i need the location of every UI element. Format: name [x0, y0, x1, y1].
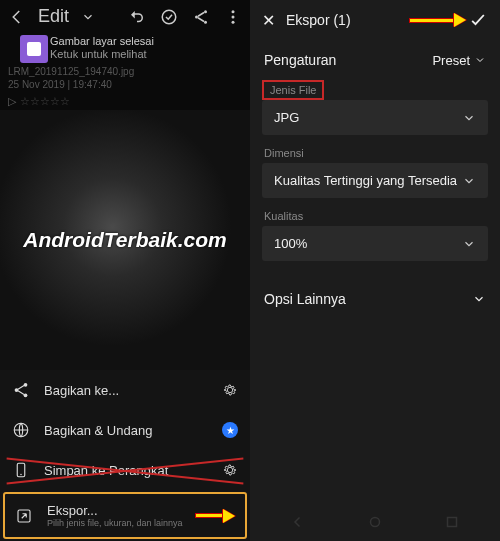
edit-title: Edit [38, 6, 69, 27]
file-type-value: JPG [274, 110, 299, 125]
svg-point-2 [195, 15, 198, 18]
notification-subtitle: Ketuk untuk melihat [50, 48, 154, 61]
svg-point-12 [20, 474, 22, 476]
nav-recent-icon[interactable] [443, 513, 461, 531]
svg-point-4 [232, 10, 235, 13]
export-sublabel: Pilih jenis file, ukuran, dan lainnya [47, 518, 235, 528]
undo-icon[interactable] [128, 8, 146, 26]
export-icon [15, 507, 33, 525]
export-title: Ekspor (1) [286, 12, 351, 28]
svg-point-3 [204, 20, 207, 23]
svg-point-5 [232, 15, 235, 18]
gear-icon[interactable] [222, 462, 238, 478]
dimension-select[interactable]: Kualitas Tertinggi yang Tersedia [262, 163, 488, 198]
back-icon[interactable] [8, 8, 26, 26]
share-to-row[interactable]: Bagikan ke... [0, 370, 250, 410]
filename-text: LRM_20191125_194740.jpg [8, 65, 242, 78]
quality-value: 100% [274, 236, 307, 251]
other-options-label: Opsi Lainnya [264, 291, 346, 307]
quality-select[interactable]: 100% [262, 226, 488, 261]
rating-stars[interactable]: ☆☆☆☆☆ [20, 95, 70, 107]
globe-icon [12, 421, 30, 439]
watermark-text: AndroidTerbaik.com [23, 228, 226, 252]
gear-icon[interactable] [222, 382, 238, 398]
svg-point-0 [162, 10, 176, 24]
nav-back-icon[interactable] [289, 513, 307, 531]
star-badge-icon: ★ [222, 422, 238, 438]
chevron-down-icon[interactable] [81, 10, 95, 24]
export-row[interactable]: Ekspor... Pilih jenis file, ukuran, dan … [3, 492, 247, 539]
notification-title: Gambar layar selesai [50, 35, 154, 48]
image-preview[interactable]: AndroidTerbaik.com [0, 110, 250, 370]
svg-point-9 [24, 393, 28, 397]
more-icon[interactable] [224, 8, 242, 26]
notification-thumb [20, 35, 48, 63]
share-invite-row[interactable]: Bagikan & Undang ★ [0, 410, 250, 450]
settings-header-row: Pengaturan Preset [250, 40, 500, 80]
svg-point-8 [15, 388, 19, 392]
save-device-label: Simpan ke Perangkat [44, 463, 208, 478]
settings-label: Pengaturan [264, 52, 336, 68]
dimension-value: Kualitas Tertinggi yang Tersedia [274, 173, 457, 188]
share-to-label: Bagikan ke... [44, 383, 208, 398]
share-invite-label: Bagikan & Undang [44, 423, 208, 438]
preset-dropdown[interactable]: Preset [432, 53, 486, 68]
notification-row[interactable]: Gambar layar selesai Ketuk untuk melihat [0, 33, 250, 63]
chevron-down-icon [474, 54, 486, 66]
other-options-row[interactable]: Opsi Lainnya [250, 279, 500, 319]
file-type-select[interactable]: JPG [262, 100, 488, 135]
svg-point-6 [232, 20, 235, 23]
export-label: Ekspor... [47, 503, 98, 518]
cloud-check-icon[interactable] [160, 8, 178, 26]
share-icon[interactable] [192, 8, 210, 26]
svg-point-7 [24, 383, 28, 387]
svg-rect-15 [447, 518, 456, 527]
device-icon [12, 461, 30, 479]
file-type-label: Jenis File [262, 80, 324, 100]
confirm-icon[interactable] [468, 10, 488, 30]
close-icon[interactable]: ✕ [262, 11, 278, 30]
share-icon [12, 381, 30, 399]
dimension-label: Dimensi [250, 141, 500, 163]
svg-point-1 [204, 10, 207, 13]
chevron-down-icon [462, 174, 476, 188]
svg-point-14 [370, 518, 379, 527]
save-device-row[interactable]: Simpan ke Perangkat [0, 450, 250, 490]
chevron-down-icon [462, 111, 476, 125]
timestamp-text: 25 Nov 2019 | 19:47:40 [8, 78, 242, 91]
chevron-down-icon [462, 237, 476, 251]
bottom-nav [250, 503, 500, 541]
nav-home-icon[interactable] [366, 513, 384, 531]
quality-label: Kualitas [250, 204, 500, 226]
chevron-down-icon [472, 292, 486, 306]
